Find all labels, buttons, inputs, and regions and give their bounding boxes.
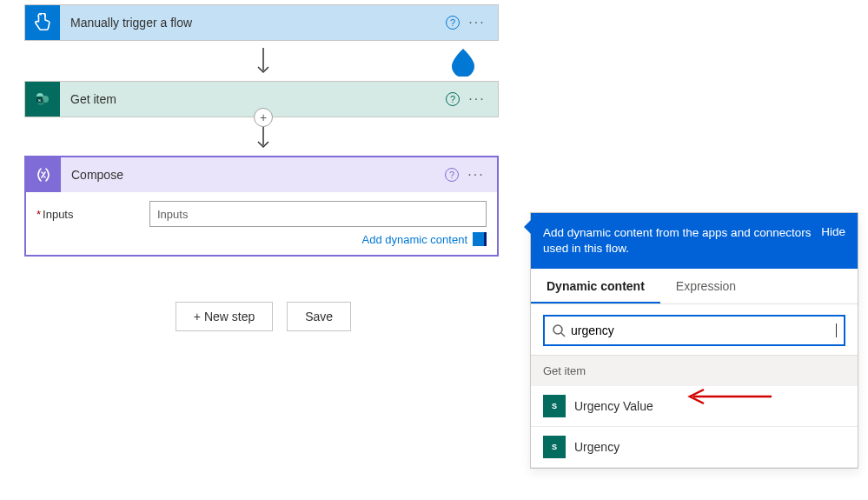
more-icon[interactable]: ··· [465, 87, 489, 111]
compose-icon [26, 157, 61, 192]
dynamic-search-input[interactable] [571, 323, 831, 337]
step-trigger[interactable]: Manually trigger a flow ? ··· [24, 4, 499, 41]
search-icon [552, 323, 566, 337]
help-icon[interactable]: ? [441, 10, 465, 35]
add-dynamic-icon [473, 232, 487, 246]
tab-expression[interactable]: Expression [660, 269, 752, 303]
svg-point-7 [553, 325, 562, 334]
flow-checker-icon[interactable] [450, 47, 476, 77]
tab-dynamic-content[interactable]: Dynamic content [531, 269, 660, 303]
compose-body: *Inputs Inputs Add dynamic content [26, 192, 497, 255]
touch-icon [25, 5, 60, 40]
connector-arrow [24, 41, 502, 81]
save-button[interactable]: Save [287, 302, 351, 331]
inputs-field[interactable]: Inputs [149, 201, 487, 227]
new-step-button[interactable]: + New step [176, 302, 273, 331]
help-icon[interactable]: ? [441, 87, 465, 111]
add-step-icon[interactable]: + [254, 108, 273, 127]
step-getitem-title: Get item [60, 92, 441, 106]
step-compose[interactable]: Compose ? ··· *Inputs Inputs Add dynamic… [24, 156, 499, 257]
svg-line-8 [561, 333, 565, 337]
hide-link[interactable]: Hide [821, 225, 845, 238]
step-trigger-title: Manually trigger a flow [60, 16, 441, 30]
add-dynamic-content-link[interactable]: Add dynamic content [36, 232, 487, 246]
dynamic-group-getitem: Get item [531, 355, 858, 386]
dynamic-search-box[interactable] [543, 315, 845, 346]
dynamic-content-panel: Add dynamic content from the apps and co… [530, 212, 858, 469]
dynamic-item-urgency[interactable]: S Urgency [531, 427, 858, 468]
step-compose-title: Compose [61, 168, 440, 182]
dynamic-panel-heading: Add dynamic content from the apps and co… [543, 225, 812, 257]
dynamic-item-urgency-value[interactable]: S Urgency Value [531, 386, 858, 427]
sharepoint-icon: S [543, 395, 566, 417]
help-icon[interactable]: ? [440, 163, 464, 187]
text-cursor [836, 323, 837, 337]
panel-caret [524, 220, 531, 234]
connector-arrow: + [24, 117, 502, 156]
more-icon[interactable]: ··· [464, 163, 488, 187]
more-icon[interactable]: ··· [465, 10, 489, 35]
inputs-label: *Inputs [36, 208, 141, 221]
sharepoint-icon: S [25, 82, 60, 117]
dynamic-item-label: Urgency Value [574, 399, 653, 413]
sharepoint-icon: S [543, 436, 566, 458]
dynamic-item-label: Urgency [574, 440, 620, 454]
svg-text:S: S [38, 98, 41, 103]
